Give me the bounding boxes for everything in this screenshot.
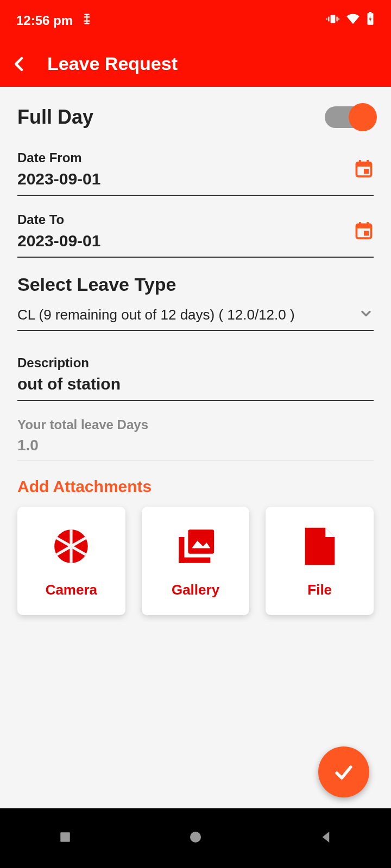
svg-rect-2 xyxy=(337,16,338,21)
date-to-label: Date To xyxy=(17,212,374,227)
svg-rect-13 xyxy=(357,225,371,229)
nav-home-button[interactable] xyxy=(187,829,204,847)
chevron-down-icon xyxy=(358,306,374,323)
battery-icon xyxy=(366,12,375,29)
gallery-icon xyxy=(173,524,218,571)
status-time: 12:56 pm xyxy=(16,13,73,28)
camera-attachment-button[interactable]: Camera xyxy=(17,507,125,615)
svg-rect-9 xyxy=(359,160,361,164)
status-bar: 12:56 pm xyxy=(0,0,391,41)
file-icon xyxy=(300,524,339,571)
date-to-value: 2023-09-01 xyxy=(17,232,374,250)
svg-rect-27 xyxy=(188,529,214,553)
date-from-value: 2023-09-01 xyxy=(17,170,374,188)
app-bar: Leave Request xyxy=(0,41,391,87)
nav-back-button[interactable] xyxy=(318,829,334,847)
file-label: File xyxy=(307,582,332,598)
svg-rect-10 xyxy=(367,160,369,164)
gallery-attachment-button[interactable]: Gallery xyxy=(142,507,250,615)
svg-rect-15 xyxy=(367,222,369,226)
description-field[interactable]: Description out of station xyxy=(17,355,374,401)
svg-rect-14 xyxy=(359,222,361,226)
svg-rect-5 xyxy=(369,12,371,13)
nav-recent-button[interactable] xyxy=(57,829,73,847)
svg-rect-28 xyxy=(60,832,70,842)
full-day-toggle[interactable] xyxy=(325,106,374,128)
calendar-icon[interactable] xyxy=(354,220,374,242)
date-to-field[interactable]: Date To 2023-09-01 xyxy=(17,212,374,258)
svg-rect-0 xyxy=(331,15,336,23)
svg-rect-4 xyxy=(338,17,339,20)
total-days-label: Your total leave Days xyxy=(17,417,374,432)
total-days-field: Your total leave Days 1.0 xyxy=(17,417,374,461)
date-from-label: Date From xyxy=(17,150,374,165)
svg-rect-8 xyxy=(357,163,371,167)
leave-type-value: CL (9 remaining out of 12 days) ( 12.0/1… xyxy=(17,307,295,323)
svg-rect-26 xyxy=(179,557,210,563)
camera-label: Camera xyxy=(46,582,97,598)
vibrate-icon xyxy=(326,12,340,29)
svg-rect-11 xyxy=(364,169,369,174)
attachments-title: Add Attachments xyxy=(17,477,374,496)
svg-rect-3 xyxy=(326,17,327,20)
sync-icon xyxy=(81,13,93,28)
file-attachment-button[interactable]: File xyxy=(266,507,374,615)
description-label: Description xyxy=(17,355,374,371)
back-button[interactable] xyxy=(11,53,28,75)
wifi-icon xyxy=(345,11,361,30)
full-day-label: Full Day xyxy=(17,106,93,129)
svg-rect-1 xyxy=(328,16,329,21)
navigation-bar xyxy=(0,808,391,868)
page-title: Leave Request xyxy=(47,53,178,74)
submit-button[interactable] xyxy=(318,746,369,797)
total-days-value: 1.0 xyxy=(17,437,374,454)
gallery-label: Gallery xyxy=(172,582,219,598)
svg-rect-16 xyxy=(364,231,369,236)
camera-icon xyxy=(49,524,93,571)
leave-type-title: Select Leave Type xyxy=(17,274,374,295)
date-from-field[interactable]: Date From 2023-09-01 xyxy=(17,150,374,196)
leave-type-dropdown[interactable]: CL (9 remaining out of 12 days) ( 12.0/1… xyxy=(17,306,374,331)
svg-point-29 xyxy=(190,832,201,843)
description-value: out of station xyxy=(17,375,374,393)
calendar-icon[interactable] xyxy=(354,158,374,180)
